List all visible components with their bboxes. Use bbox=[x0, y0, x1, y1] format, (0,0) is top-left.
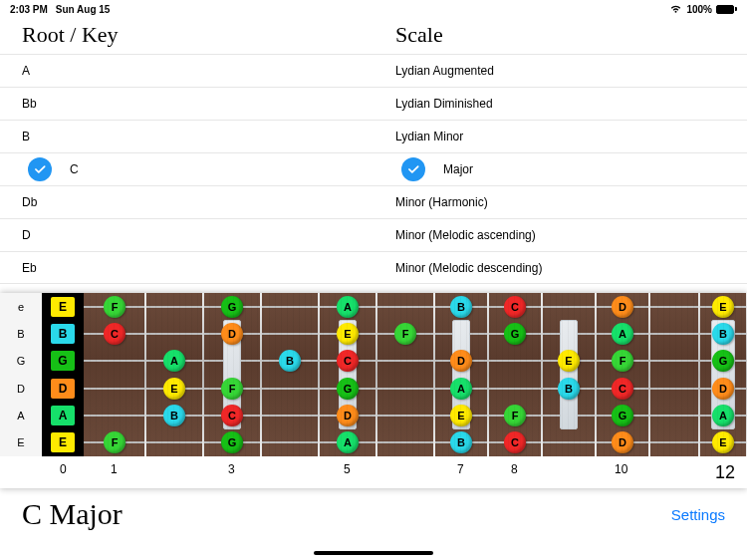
nut-cell: D bbox=[42, 375, 84, 402]
fret-note[interactable]: D bbox=[612, 431, 633, 453]
root-label: B bbox=[22, 130, 30, 143]
root-row[interactable]: Bb bbox=[0, 87, 374, 120]
fret-number: 1 bbox=[111, 462, 118, 476]
home-indicator[interactable] bbox=[314, 551, 433, 555]
scale-label: Minor (Melodic descending) bbox=[395, 261, 542, 275]
fret-note[interactable]: C bbox=[221, 405, 243, 426]
scale-row[interactable]: Minor (Melodic descending) bbox=[374, 251, 747, 284]
fret-note[interactable]: F bbox=[612, 350, 633, 372]
fret-number: 10 bbox=[615, 462, 627, 476]
status-time: 2:03 PM bbox=[10, 4, 48, 15]
fret-note[interactable]: D bbox=[612, 296, 633, 318]
fret-note[interactable]: E bbox=[450, 405, 472, 426]
scale-row[interactable]: Major bbox=[374, 152, 747, 185]
scale-label: Major bbox=[443, 162, 473, 176]
fret-note[interactable]: E bbox=[712, 296, 734, 318]
nut-note: E bbox=[51, 432, 75, 452]
fret-number: 8 bbox=[511, 462, 518, 476]
fret-note[interactable]: C bbox=[504, 296, 526, 318]
scale-column: Scale Lydian AugmentedLydian DiminishedL… bbox=[374, 18, 747, 293]
root-row[interactable]: B bbox=[0, 120, 374, 152]
inlay bbox=[560, 320, 578, 429]
root-label: Db bbox=[22, 195, 37, 209]
root-row[interactable]: C bbox=[0, 152, 374, 185]
root-row[interactable]: A bbox=[0, 54, 374, 87]
scale-row[interactable]: Lydian Augmented bbox=[374, 54, 747, 87]
root-column: Root / Key ABbBCDbDEb bbox=[0, 18, 374, 293]
fret-note[interactable]: A bbox=[163, 350, 185, 372]
open-string-label: A bbox=[0, 402, 42, 428]
fret-note[interactable]: E bbox=[712, 431, 734, 453]
fret-line bbox=[260, 293, 262, 456]
fret-note[interactable]: D bbox=[221, 323, 243, 345]
fret-note[interactable]: E bbox=[163, 378, 185, 400]
fret-note[interactable]: G bbox=[612, 405, 633, 426]
nut-cell: E bbox=[42, 293, 84, 320]
fret-note[interactable]: E bbox=[337, 323, 359, 345]
fret-note[interactable]: A bbox=[450, 378, 472, 400]
fret-note[interactable]: F bbox=[504, 405, 526, 426]
fret-note[interactable]: D bbox=[712, 378, 734, 400]
fret-note[interactable]: G bbox=[337, 378, 359, 400]
open-string-label: D bbox=[0, 375, 42, 402]
nut-cell: B bbox=[42, 320, 84, 347]
root-row[interactable]: D bbox=[0, 218, 374, 251]
nut-cell: A bbox=[42, 402, 84, 428]
fret-number: 5 bbox=[344, 462, 351, 476]
fret-note[interactable]: F bbox=[221, 378, 243, 400]
scale-label: Lydian Minor bbox=[395, 130, 463, 143]
check-icon bbox=[28, 157, 52, 181]
scale-title: C Major bbox=[22, 497, 123, 531]
nut-note: D bbox=[51, 379, 75, 399]
fretboard[interactable]: eBGDAE EBGDAE FGABCDECDEFGABABCDEFGEFGAB… bbox=[0, 293, 747, 456]
picker-columns: Root / Key ABbBCDbDEb Scale Lydian Augme… bbox=[0, 18, 747, 293]
root-label: Bb bbox=[22, 97, 37, 111]
fret-line bbox=[541, 293, 543, 456]
status-date: Sun Aug 15 bbox=[56, 4, 111, 15]
nut-note: E bbox=[51, 297, 75, 317]
fret-note[interactable]: A bbox=[337, 296, 359, 318]
fret-note[interactable]: B bbox=[163, 405, 185, 426]
scale-row[interactable]: Lydian Diminished bbox=[374, 87, 747, 120]
open-string-label: E bbox=[0, 429, 42, 456]
fret-note[interactable]: G bbox=[504, 323, 526, 345]
fret-line bbox=[487, 293, 489, 456]
nut-cell: E bbox=[42, 429, 84, 456]
scale-row[interactable]: Lydian Minor bbox=[374, 120, 747, 152]
fret-line bbox=[144, 293, 146, 456]
fret-note[interactable]: B bbox=[450, 296, 472, 318]
scale-row[interactable]: Minor (Melodic ascending) bbox=[374, 218, 747, 251]
fret-note[interactable]: C bbox=[612, 378, 633, 400]
fret-note[interactable]: A bbox=[337, 431, 359, 453]
scale-row[interactable]: Minor (Harmonic) bbox=[374, 185, 747, 218]
fret-line bbox=[648, 293, 650, 456]
board[interactable]: FGABCDECDEFGABABCDEFGEFGABCDBCDEFGAFGABC… bbox=[84, 293, 747, 456]
fret-note[interactable]: B bbox=[450, 431, 472, 453]
fret-line bbox=[595, 293, 597, 456]
root-row[interactable]: Eb bbox=[0, 251, 374, 284]
fret-note[interactable]: G bbox=[221, 296, 243, 318]
fret-note[interactable]: A bbox=[712, 405, 734, 426]
open-string-label: e bbox=[0, 293, 42, 320]
fret-note[interactable]: B bbox=[558, 378, 580, 400]
fret-note[interactable]: B bbox=[279, 350, 301, 372]
nut-cell: G bbox=[42, 348, 84, 375]
fret-note[interactable]: C bbox=[104, 323, 125, 345]
fret-note[interactable]: C bbox=[504, 431, 526, 453]
fret-note[interactable]: F bbox=[104, 296, 125, 318]
settings-button[interactable]: Settings bbox=[671, 506, 725, 523]
fret-note[interactable]: B bbox=[712, 323, 734, 345]
fret-note[interactable]: F bbox=[104, 431, 125, 453]
fret-note[interactable]: D bbox=[337, 405, 359, 426]
fret-note[interactable]: G bbox=[221, 431, 243, 453]
fret-note[interactable]: F bbox=[394, 323, 416, 345]
fret-number: 7 bbox=[457, 462, 464, 476]
wifi-icon bbox=[669, 4, 682, 14]
battery-pct: 100% bbox=[686, 4, 712, 15]
scale-label: Minor (Melodic ascending) bbox=[395, 228, 536, 242]
root-label: A bbox=[22, 64, 30, 78]
root-row[interactable]: Db bbox=[0, 185, 374, 218]
open-string-label: B bbox=[0, 320, 42, 347]
fret-note[interactable]: A bbox=[612, 323, 633, 345]
root-label: Eb bbox=[22, 261, 37, 275]
